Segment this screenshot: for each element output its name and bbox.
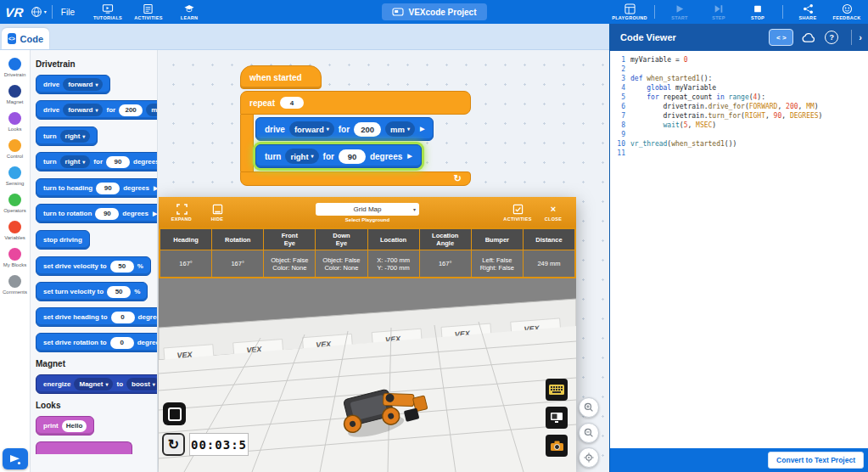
dashboard-column-header: Distance xyxy=(524,229,574,250)
start-button[interactable]: START xyxy=(660,3,699,20)
dashboard-value-cell: Object: FalseColor: None xyxy=(264,250,315,277)
block-turn[interactable]: turnright▾ xyxy=(36,126,98,146)
block-stop-driving[interactable]: stop driving xyxy=(36,230,90,250)
project-title-button[interactable]: VEXcode Project xyxy=(381,3,486,20)
playground-3d-viewport[interactable]: VEX VEX VEX VEX VEX VEX xyxy=(159,278,576,472)
playground-button[interactable]: PLAYGROUND xyxy=(610,3,649,20)
dropdown-magnet[interactable]: Magnet▾ xyxy=(74,378,113,391)
value-input[interactable]: 50 xyxy=(107,286,131,298)
block-set-turn-velocity-to[interactable]: set turn velocity to50% xyxy=(36,282,148,301)
zoom-reset-button[interactable] xyxy=(579,447,599,468)
dashboard-view-button[interactable] xyxy=(546,407,568,429)
value-input[interactable]: 90 xyxy=(95,208,119,220)
value-input[interactable]: 0 xyxy=(111,312,135,323)
share-button[interactable]: SHARE xyxy=(788,3,827,20)
zoom-in-button[interactable] xyxy=(579,397,599,418)
block-drive-for[interactable]: driveforward▾for200mm▾▶ xyxy=(255,117,434,141)
restart-sim-button[interactable]: ↻ xyxy=(162,433,185,456)
category-color-dot xyxy=(8,85,21,98)
dropdown-right[interactable]: right▾ xyxy=(60,155,91,168)
expand-arrow-icon[interactable]: ▶ xyxy=(154,185,158,192)
category-control[interactable]: Control xyxy=(0,139,30,159)
value-input[interactable]: 90 xyxy=(96,183,120,194)
zoom-out-button[interactable] xyxy=(579,423,599,443)
category-drivetrain[interactable]: Drivetrain xyxy=(0,58,30,77)
block-turn-for-degrees[interactable]: turnright▾for90degrees▶ xyxy=(255,144,422,168)
playground-close-button[interactable]: × CLOSE xyxy=(535,204,571,222)
caret-down-icon: ▾ xyxy=(44,9,47,14)
dropdown-right[interactable]: right▾ xyxy=(60,130,91,143)
learn-button[interactable]: LEARN xyxy=(170,3,209,20)
block-print[interactable]: printHello xyxy=(36,416,94,435)
category-sensing[interactable]: Sensing xyxy=(0,166,30,186)
block-set-drive-velocity-to[interactable]: set drive velocity to50% xyxy=(36,256,151,276)
value-input[interactable]: 200 xyxy=(354,122,381,137)
activities-check-icon xyxy=(512,204,524,215)
help-button[interactable]: ? xyxy=(825,31,838,44)
file-menu[interactable]: File xyxy=(61,8,75,17)
expand-arrow-icon[interactable]: ▶ xyxy=(407,153,412,160)
repeat-count-input[interactable]: 4 xyxy=(280,97,304,109)
block-workspace[interactable]: when started repeat 4 driveforward▾for20… xyxy=(158,49,609,472)
caret-down-icon: ▾ xyxy=(407,126,410,132)
value-input[interactable]: Hello xyxy=(62,420,87,432)
category-operators[interactable]: Operators xyxy=(0,194,30,213)
camera-view-button[interactable] xyxy=(546,435,568,457)
dropdown-right[interactable]: right▾ xyxy=(285,149,318,164)
value-input[interactable]: 0 xyxy=(110,337,134,349)
tutorials-button[interactable]: TUTORIALS xyxy=(88,3,127,20)
category-comments[interactable]: Comments xyxy=(0,275,30,295)
dropdown-forward[interactable]: forward▾ xyxy=(63,104,103,116)
block-turn-to-heading-degrees[interactable]: turn to heading90degrees▶ xyxy=(36,178,158,198)
category-variables[interactable]: Variables xyxy=(0,221,30,240)
playground-titlebar[interactable]: EXPAND HIDE Grid Map ▾ Select Playground… xyxy=(159,197,576,228)
tutorials-icon xyxy=(102,3,114,14)
block-drive[interactable]: driveforward▾ xyxy=(36,75,110,94)
expand-button[interactable]: EXPAND xyxy=(164,204,199,222)
playground-select[interactable]: Grid Map ▾ xyxy=(316,203,419,216)
block-turn-for-degrees[interactable]: turnright▾for90degrees▶ xyxy=(36,152,158,171)
value-input[interactable]: 90 xyxy=(339,149,366,164)
category-looks[interactable]: Looks xyxy=(0,112,30,132)
feedback-button[interactable]: FEEDBACK xyxy=(827,3,866,20)
keyboard-control-button[interactable] xyxy=(546,379,568,401)
convert-to-text-button[interactable]: Convert to Text Project xyxy=(768,452,864,469)
value-input[interactable]: 90 xyxy=(106,156,130,168)
dropdown-mm[interactable]: mm▾ xyxy=(146,104,158,116)
mascot-help-button[interactable] xyxy=(3,448,28,469)
expand-arrow-icon[interactable]: ▶ xyxy=(420,126,424,132)
code-editor[interactable]: 1myVariable = 023def when_started1():4 g… xyxy=(610,51,868,448)
language-menu[interactable]: ▾ xyxy=(31,6,47,18)
palette-block-partial[interactable] xyxy=(36,441,132,454)
block-when-started[interactable]: when started xyxy=(240,65,322,89)
block-repeat[interactable]: repeat 4 driveforward▾for200mm▾▶turnrigh… xyxy=(240,91,471,186)
value-input[interactable]: 200 xyxy=(119,104,143,116)
category-my-blocks[interactable]: My Blocks xyxy=(0,248,30,267)
category-magnet[interactable]: Magnet xyxy=(0,85,30,104)
block-label: turn xyxy=(265,152,281,161)
block-drive-for[interactable]: driveforward▾for200mm▾▶ xyxy=(36,100,158,120)
top-menu-bar: VR ▾ File TUTORIALS ACTIVITIES LEARN VEX… xyxy=(0,0,868,24)
cloud-download-icon[interactable] xyxy=(801,31,817,43)
block-set-drive-heading-to-degrees[interactable]: set drive heading to0degrees xyxy=(36,307,158,327)
tab-code[interactable]: <> Code xyxy=(2,28,49,49)
block-turn-to-rotation-degrees[interactable]: turn to rotation90degrees▶ xyxy=(36,204,158,223)
code-line: 9 xyxy=(610,130,868,139)
dropdown-boost[interactable]: boost▾ xyxy=(126,378,158,391)
step-button[interactable]: STEP xyxy=(699,3,738,20)
playground-activities-button[interactable]: ACTIVITIES xyxy=(500,204,535,222)
hide-button[interactable]: HIDE xyxy=(199,204,235,222)
stop-button[interactable]: STOP xyxy=(738,3,777,20)
expand-arrow-icon[interactable]: ▶ xyxy=(153,211,157,217)
block-energize-to[interactable]: energizeMagnet▾toboost▾ xyxy=(36,374,158,394)
dropdown-forward[interactable]: forward▾ xyxy=(289,121,334,137)
collapse-code-viewer-button[interactable]: › xyxy=(851,30,862,45)
block-set-drive-rotation-to-degrees[interactable]: set drive rotation to0degrees xyxy=(36,333,158,352)
code-view-button[interactable]: < > xyxy=(769,29,793,46)
viewport-corner-button[interactable] xyxy=(163,402,186,425)
value-input[interactable]: 50 xyxy=(110,261,134,273)
dropdown-forward[interactable]: forward▾ xyxy=(63,78,103,91)
repeat-header[interactable]: repeat 4 xyxy=(240,91,471,115)
activities-button[interactable]: ACTIVITIES xyxy=(129,3,168,20)
dropdown-mm[interactable]: mm▾ xyxy=(385,121,415,137)
